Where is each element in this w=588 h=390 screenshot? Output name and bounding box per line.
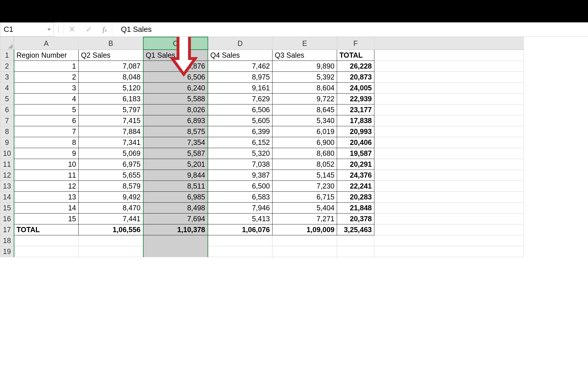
cell[interactable]: 7,354 [143, 137, 208, 148]
cell[interactable]: 6,985 [143, 191, 208, 202]
cell[interactable]: 7,415 [79, 115, 143, 126]
cell[interactable]: 17,838 [337, 115, 374, 126]
cell[interactable]: 8,048 [79, 71, 143, 82]
cell[interactable]: 7,230 [272, 181, 337, 191]
cell[interactable] [374, 104, 524, 115]
cell[interactable]: 6 [14, 115, 79, 126]
cell[interactable]: 6,893 [143, 115, 208, 126]
cell[interactable]: 5,587 [143, 148, 208, 159]
cell[interactable]: 9,492 [79, 191, 143, 202]
cell[interactable] [374, 71, 524, 82]
cell[interactable]: 20,378 [337, 213, 374, 224]
col-header-extra[interactable] [374, 37, 524, 50]
cell[interactable]: 5,201 [143, 159, 208, 170]
row-header[interactable]: 18 [0, 235, 14, 246]
row-header[interactable]: 3 [0, 71, 14, 82]
col-header-a[interactable]: A [14, 37, 79, 50]
cell[interactable]: 7,884 [79, 126, 143, 137]
cell[interactable] [374, 224, 524, 235]
cell[interactable]: 8,645 [272, 104, 337, 115]
cell[interactable]: 7 [14, 126, 79, 137]
cell[interactable]: 3 [14, 82, 79, 93]
cell[interactable]: 5,605 [208, 115, 272, 126]
cell[interactable]: 7,441 [79, 213, 143, 224]
cell[interactable]: 5,320 [208, 148, 272, 159]
cell[interactable]: 20,406 [337, 137, 374, 148]
cell[interactable]: 13 [14, 191, 79, 202]
cell[interactable] [374, 115, 524, 126]
cell[interactable] [374, 61, 524, 71]
cell[interactable]: 5,797 [79, 104, 143, 115]
cell[interactable]: 5,404 [272, 202, 337, 213]
cell[interactable]: 8,876 [143, 61, 208, 71]
spreadsheet-grid[interactable]: A B C D E F 1Region NumberQ2 SalesQ1 Sal… [0, 37, 588, 257]
row-header[interactable]: 14 [0, 191, 14, 202]
cell[interactable]: 20,993 [337, 126, 374, 137]
cell[interactable]: 5 [14, 104, 79, 115]
cell[interactable]: 6,152 [208, 137, 272, 148]
cell[interactable] [272, 235, 337, 246]
cell[interactable] [374, 159, 524, 170]
row-header[interactable]: 15 [0, 202, 14, 213]
cell[interactable] [374, 93, 524, 104]
cell[interactable]: 6,019 [272, 126, 337, 137]
cell[interactable] [374, 202, 524, 213]
row-header[interactable]: 9 [0, 137, 14, 148]
row-header[interactable]: 11 [0, 159, 14, 170]
cell[interactable]: 9 [14, 148, 79, 159]
cell[interactable]: 20,291 [337, 159, 374, 170]
formula-input[interactable] [112, 22, 588, 36]
cell[interactable]: 5,588 [143, 93, 208, 104]
cell[interactable]: 7,087 [79, 61, 143, 71]
row-header[interactable]: 17 [0, 224, 14, 235]
cell[interactable]: 5,340 [272, 115, 337, 126]
fx-icon[interactable]: fx [102, 25, 107, 34]
cell[interactable] [79, 246, 143, 257]
cell[interactable]: 23,177 [337, 104, 374, 115]
cell[interactable] [272, 246, 337, 257]
cell[interactable]: 5,392 [272, 71, 337, 82]
cell[interactable] [143, 235, 208, 246]
cancel-icon[interactable]: ✕ [69, 26, 75, 34]
cell[interactable]: 8,604 [272, 82, 337, 93]
cell[interactable]: 7,694 [143, 213, 208, 224]
cell[interactable]: 1,09,009 [272, 224, 337, 235]
cell[interactable] [143, 246, 208, 257]
cell[interactable] [374, 126, 524, 137]
cell[interactable]: 7,462 [208, 61, 272, 71]
cell[interactable]: 7,038 [208, 159, 272, 170]
cell[interactable] [79, 235, 143, 246]
cell[interactable]: 8,052 [272, 159, 337, 170]
col-header-b[interactable]: B [79, 37, 143, 50]
cell[interactable] [374, 148, 524, 159]
cell[interactable] [337, 246, 374, 257]
cell[interactable]: 22,939 [337, 93, 374, 104]
cell[interactable] [208, 246, 272, 257]
cell[interactable]: 5,655 [79, 170, 143, 181]
row-header[interactable]: 13 [0, 181, 14, 191]
cell[interactable]: 8,511 [143, 181, 208, 191]
cell[interactable]: 10 [14, 159, 79, 170]
cell[interactable]: 6,975 [79, 159, 143, 170]
cell[interactable]: 8,498 [143, 202, 208, 213]
cell[interactable]: 7,271 [272, 213, 337, 224]
cell[interactable]: 9,161 [208, 82, 272, 93]
cell[interactable]: 6,399 [208, 126, 272, 137]
cell[interactable] [374, 235, 524, 246]
row-header[interactable]: 19 [0, 246, 14, 257]
enter-icon[interactable]: ✓ [86, 26, 92, 34]
cell[interactable]: 7,629 [208, 93, 272, 104]
cell[interactable]: 8,579 [79, 181, 143, 191]
cell[interactable]: 8,975 [208, 71, 272, 82]
cell[interactable]: Region Number [14, 50, 79, 61]
cell[interactable]: 22,241 [337, 181, 374, 191]
cell[interactable] [14, 246, 79, 257]
cell[interactable]: 5,069 [79, 148, 143, 159]
row-header[interactable]: 12 [0, 170, 14, 181]
chevron-down-icon[interactable] [47, 28, 51, 30]
cell[interactable] [374, 191, 524, 202]
select-all-corner[interactable] [0, 37, 14, 50]
cell[interactable]: 8,026 [143, 104, 208, 115]
cell[interactable]: 26,228 [337, 61, 374, 71]
cell[interactable]: 5,120 [79, 82, 143, 93]
